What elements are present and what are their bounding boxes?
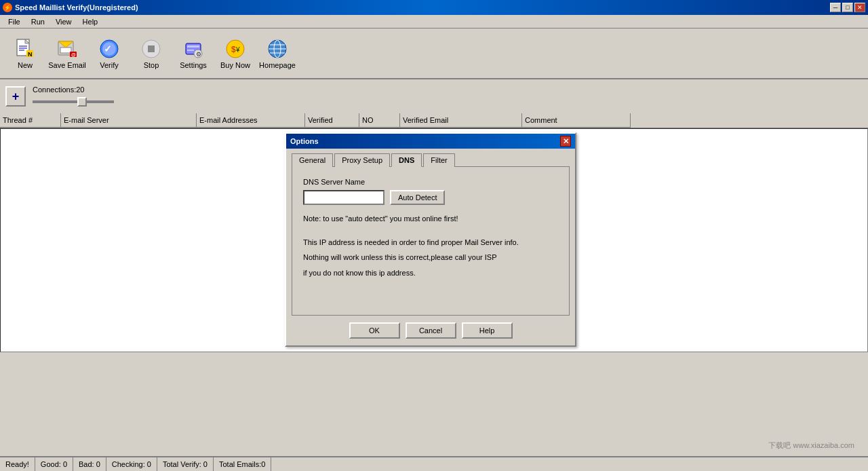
dns-input-row: Auto Detect [303, 190, 558, 205]
stop-label: Stop [144, 61, 159, 69]
dns-note3: Nothing will work unless this is correct… [303, 252, 558, 263]
save-email-icon: @ [56, 38, 78, 60]
status-checking: Checking: 0 [106, 457, 157, 471]
svg-text:⚙: ⚙ [196, 51, 201, 58]
dialog-buttons: OK Cancel Help [286, 316, 575, 345]
svg-rect-19 [187, 45, 199, 48]
status-total-emails: Total Emails:0 [214, 457, 271, 471]
close-button[interactable]: ✕ [854, 3, 865, 12]
menu-bar: File Run View Help [0, 15, 868, 29]
buy-now-button[interactable]: $ ¥ Buy Now [216, 33, 255, 75]
status-bad: Bad: 0 [73, 457, 106, 471]
table-header: Thread # E-mail Server E-mail Addresses … [0, 113, 868, 128]
status-ready: Ready! [0, 457, 35, 471]
verify-button[interactable]: ✓ Verify [90, 33, 129, 75]
title-bar-left: ⚡ Speed Maillist Verify(Unregistered) [3, 3, 138, 12]
settings-button[interactable]: ⚙ Settings [174, 33, 213, 75]
toolbar: N New @ Save Email ✓ Verify [0, 29, 868, 79]
col-no: NO [359, 113, 400, 128]
svg-text:$: $ [231, 45, 236, 54]
svg-rect-9 [60, 48, 71, 53]
status-total-verify: Total Verify: 0 [157, 457, 214, 471]
col-verified-email: Verified Email [400, 113, 522, 128]
menu-view[interactable]: View [50, 16, 77, 27]
options-dialog: Options ✕ General Proxy Setup DNS Filter… [285, 132, 576, 347]
verify-icon: ✓ [98, 38, 120, 60]
stop-icon [140, 38, 162, 60]
title-bar: ⚡ Speed Maillist Verify(Unregistered) ─ … [0, 0, 868, 15]
dialog-close-button[interactable]: ✕ [560, 136, 571, 147]
col-comment: Comment [522, 113, 631, 128]
svg-text:@: @ [71, 52, 76, 57]
svg-text:¥: ¥ [235, 46, 240, 54]
tab-dns-content: DNS Server Name Auto Detect Note: to use… [292, 166, 570, 316]
new-label: New [18, 61, 33, 69]
dialog-title-bar: Options ✕ [286, 134, 575, 149]
app-icon: ⚡ [3, 3, 12, 12]
tab-dns[interactable]: DNS [391, 153, 422, 167]
ok-button[interactable]: OK [349, 322, 400, 339]
homepage-icon [267, 38, 288, 60]
dialog-tabs: General Proxy Setup DNS Filter [286, 149, 575, 166]
cancel-button[interactable]: Cancel [406, 322, 456, 339]
svg-rect-20 [187, 50, 194, 51]
col-email-server: E-mail Server [61, 113, 197, 128]
homepage-button[interactable]: Homepage [258, 33, 297, 75]
tab-general[interactable]: General [292, 153, 333, 167]
help-button[interactable]: Help [462, 322, 513, 339]
window-title: Speed Maillist Verify(Unregistered) [15, 3, 138, 12]
save-email-button[interactable]: @ Save Email [47, 33, 87, 75]
menu-run[interactable]: Run [26, 16, 50, 27]
dialog-window: Options ✕ General Proxy Setup DNS Filter… [285, 132, 576, 347]
svg-text:N: N [28, 51, 33, 58]
dialog-title-text: Options [290, 137, 319, 145]
homepage-label: Homepage [259, 61, 296, 69]
buy-now-icon: $ ¥ [224, 38, 246, 60]
col-email-addresses: E-mail Addresses [197, 113, 305, 128]
col-thread: Thread # [0, 113, 61, 128]
maximize-button[interactable]: □ [842, 3, 853, 12]
new-button[interactable]: N New [5, 33, 45, 75]
connections-label: Connections:20 [33, 86, 114, 94]
buy-now-label: Buy Now [220, 61, 250, 69]
menu-file[interactable]: File [3, 16, 26, 27]
dns-note1: Note: to use "auto detect" you must onli… [303, 213, 558, 225]
connections-info: Connections:20 [33, 86, 114, 107]
settings-label: Settings [180, 61, 207, 69]
minimize-button[interactable]: ─ [830, 3, 841, 12]
connections-bar: + Connections:20 [0, 79, 868, 113]
new-icon: N [14, 38, 36, 60]
save-email-label: Save Email [48, 61, 86, 69]
verify-label: Verify [100, 61, 119, 69]
stop-button[interactable]: Stop [132, 33, 171, 75]
settings-icon: ⚙ [182, 38, 204, 60]
add-button[interactable]: + [5, 86, 26, 107]
status-bar: Ready! Good: 0 Bad: 0 Checking: 0 Total … [0, 456, 868, 471]
dns-note2: This IP address is needed in order to fi… [303, 237, 558, 248]
auto-detect-button[interactable]: Auto Detect [390, 190, 445, 205]
menu-help[interactable]: Help [77, 16, 104, 27]
dns-note4: if you do not know this ip address. [303, 267, 558, 279]
status-good: Good: 0 [35, 457, 73, 471]
tab-proxy-setup[interactable]: Proxy Setup [334, 153, 390, 167]
col-verified: Verified [305, 113, 359, 128]
svg-text:✓: ✓ [104, 43, 112, 54]
tab-filter[interactable]: Filter [423, 153, 454, 167]
watermark: 下载吧 www.xiazaiba.com [768, 440, 854, 451]
connections-slider[interactable] [33, 96, 114, 107]
dns-server-name-label: DNS Server Name [303, 178, 558, 186]
svg-rect-17 [148, 45, 155, 52]
title-bar-controls[interactable]: ─ □ ✕ [830, 3, 865, 12]
dns-server-input[interactable] [303, 190, 384, 205]
